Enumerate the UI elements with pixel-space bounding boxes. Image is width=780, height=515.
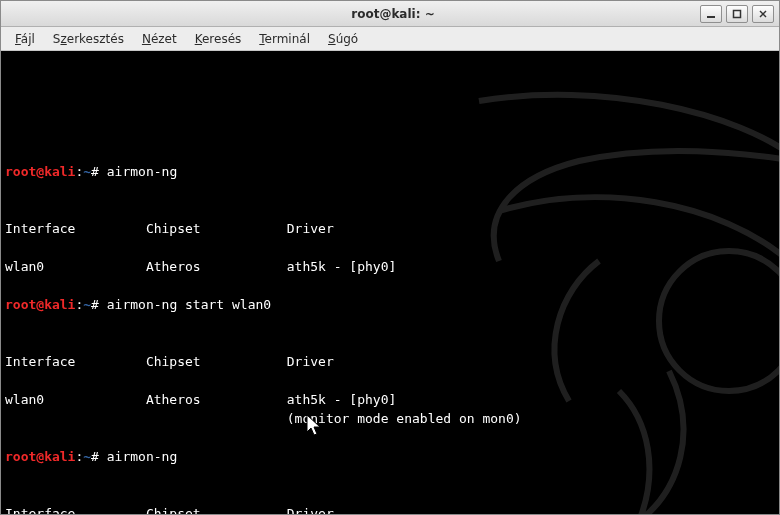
blank-line <box>5 485 775 504</box>
command-text: airmon-ng <box>107 449 177 464</box>
prompt-at: @ <box>36 297 44 312</box>
blank-line <box>5 238 775 257</box>
command-text: airmon-ng start wlan0 <box>107 297 271 312</box>
table-row: wlan0 Atheros ath5k - [phy0] <box>5 257 775 276</box>
titlebar[interactable]: root@kali: ~ <box>1 1 779 27</box>
svg-rect-1 <box>734 10 741 17</box>
blank-line <box>5 314 775 333</box>
blank-line <box>5 466 775 485</box>
table-row: wlan0 Atheros ath5k - [phy0] <box>5 390 775 409</box>
prompt-line: root@kali:~# airmon-ng <box>5 162 775 181</box>
prompt-host: kali <box>44 297 75 312</box>
prompt-line: root@kali:~# airmon-ng <box>5 447 775 466</box>
blank-line <box>5 200 775 219</box>
prompt-path: ~ <box>83 164 91 179</box>
table-header: Interface Chipset Driver <box>5 219 775 238</box>
window-controls <box>695 5 779 23</box>
blank-line <box>5 276 775 295</box>
prompt-at: @ <box>36 164 44 179</box>
menu-item-keresés[interactable]: Keresés <box>187 30 250 48</box>
menu-item-súgó[interactable]: Súgó <box>320 30 366 48</box>
prompt-path: ~ <box>83 297 91 312</box>
terminal-content[interactable]: root@kali:~# airmon-ng Interface Chipset… <box>5 162 775 514</box>
menu-item-terminál[interactable]: Terminál <box>251 30 318 48</box>
blank-line <box>5 333 775 352</box>
prompt-hash: # <box>91 449 99 464</box>
terminal-area[interactable]: root@kali:~# airmon-ng Interface Chipset… <box>1 51 779 514</box>
prompt-at: @ <box>36 449 44 464</box>
menu-item-nézet[interactable]: Nézet <box>134 30 185 48</box>
terminal-window: root@kali: ~ FájlSzerkesztésNézetKeresés… <box>0 0 780 515</box>
menu-item-fájl[interactable]: Fájl <box>7 30 43 48</box>
table-extra: (monitor mode enabled on mon0) <box>5 409 775 428</box>
prompt-user: root <box>5 449 36 464</box>
maximize-button[interactable] <box>726 5 748 23</box>
prompt-path: ~ <box>83 449 91 464</box>
menu-item-szerkesztés[interactable]: Szerkesztés <box>45 30 132 48</box>
prompt-user: root <box>5 297 36 312</box>
minimize-button[interactable] <box>700 5 722 23</box>
prompt-host: kali <box>44 164 75 179</box>
prompt-host: kali <box>44 449 75 464</box>
table-header: Interface Chipset Driver <box>5 504 775 514</box>
blank-line <box>5 428 775 447</box>
command-text: airmon-ng <box>107 164 177 179</box>
prompt-hash: # <box>91 297 99 312</box>
prompt-line: root@kali:~# airmon-ng start wlan0 <box>5 295 775 314</box>
prompt-user: root <box>5 164 36 179</box>
close-button[interactable] <box>752 5 774 23</box>
blank-line <box>5 181 775 200</box>
blank-line <box>5 371 775 390</box>
menubar: FájlSzerkesztésNézetKeresésTerminálSúgó <box>1 27 779 51</box>
window-title: root@kali: ~ <box>91 7 695 21</box>
table-header: Interface Chipset Driver <box>5 352 775 371</box>
prompt-hash: # <box>91 164 99 179</box>
